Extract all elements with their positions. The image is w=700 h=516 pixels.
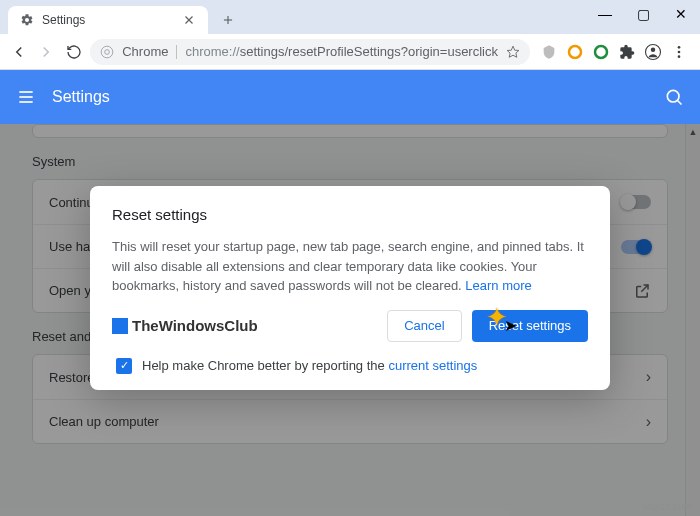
reload-button[interactable] [63,40,84,64]
tab-title: Settings [42,13,182,27]
learn-more-link[interactable]: Learn more [465,278,531,293]
omnibox-separator [176,45,177,59]
svg-point-17 [667,90,679,102]
window-close-button[interactable]: ✕ [662,0,700,28]
window-controls: — ▢ ✕ [586,0,700,28]
omnibox-url: chrome://settings/resetProfileSettings?o… [185,44,498,59]
menu-dots-icon[interactable] [670,43,688,61]
circle-orange-icon[interactable] [566,43,584,61]
profile-icon[interactable] [644,43,662,61]
minimize-button[interactable]: — [586,0,624,28]
extension-icons [536,43,692,61]
shield-icon[interactable] [540,43,558,61]
svg-point-12 [678,50,681,53]
address-bar[interactable]: Chrome chrome://settings/resetProfileSet… [90,39,530,65]
hamburger-icon[interactable] [16,87,36,107]
dialog-checkbox-row[interactable]: ✓ Help make Chrome better by reporting t… [112,358,588,374]
watermark-text: TheWindowsClub [132,317,258,334]
footer-watermark: wsxdn.com [642,501,692,512]
star-icon[interactable] [506,45,520,59]
svg-point-5 [105,49,110,54]
maximize-button[interactable]: ▢ [624,0,662,28]
gear-icon [20,13,34,27]
reset-settings-dialog: Reset settings This will reset your star… [90,186,610,390]
svg-point-8 [595,46,607,58]
svg-point-4 [101,46,113,58]
new-tab-button[interactable] [216,8,240,32]
window-titlebar: Settings — ▢ ✕ [0,0,700,34]
current-settings-link[interactable]: current settings [388,358,477,373]
svg-marker-6 [507,46,519,57]
svg-point-11 [678,46,681,49]
browser-toolbar: Chrome chrome://settings/resetProfileSet… [0,34,700,70]
settings-header: Settings [0,70,700,124]
dialog-actions: TheWindowsClub Cancel Reset settings [112,310,588,342]
dialog-body: This will reset your startup page, new t… [112,237,588,296]
watermark: TheWindowsClub [112,317,258,334]
svg-line-18 [678,101,682,105]
svg-point-7 [569,46,581,58]
puzzle-icon[interactable] [618,43,636,61]
page-title: Settings [52,88,648,106]
svg-point-10 [651,47,656,52]
forward-button[interactable] [35,40,56,64]
search-icon[interactable] [664,87,684,107]
close-icon[interactable] [182,13,196,27]
chrome-icon [100,45,114,59]
circle-green-icon[interactable] [592,43,610,61]
checkbox-label: Help make Chrome better by reporting the… [142,358,477,373]
svg-point-13 [678,55,681,58]
browser-tab[interactable]: Settings [8,6,208,34]
dialog-title: Reset settings [112,206,588,223]
checkbox-checked-icon[interactable]: ✓ [116,358,132,374]
reset-settings-button[interactable]: Reset settings [472,310,588,342]
cancel-button[interactable]: Cancel [387,310,461,342]
omnibox-prefix: Chrome [122,44,168,59]
back-button[interactable] [8,40,29,64]
watermark-logo-icon [112,318,128,334]
